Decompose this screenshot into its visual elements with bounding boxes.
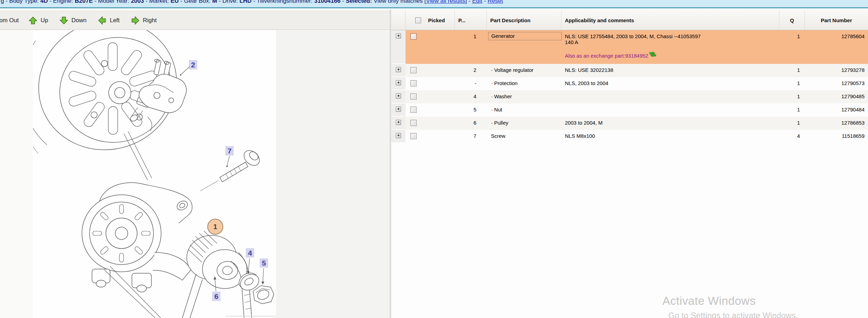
callout-7[interactable]: 7 [225,146,234,156]
picked-cell [406,90,455,103]
filter-run: View only matches [372,0,424,4]
row-checkbox[interactable] [410,67,417,73]
pan-up-button[interactable]: Up [28,16,48,25]
table-row-nut[interactable]: + 5 · Nut 1 12790484 [391,103,868,117]
applicability-cell: NLS: USE 12755484, 2003 to 2004, M, Chas… [561,30,779,64]
arrow-down-icon [59,16,68,25]
description-focused-value: Generator [488,32,562,40]
clipped-footer-text [226,316,276,317]
applicability-cell: NLS M8x100 [561,130,779,143]
pan-right-button[interactable]: Right [131,16,157,25]
part-number-cell: 12790485 [805,90,868,103]
description-cell[interactable]: · Voltage regulator [487,64,561,77]
canvas-right-margin [276,30,390,318]
pos-cell: 4 [455,90,487,103]
pan-right-label: Right [143,17,157,24]
expand-cell: + [391,130,406,143]
row-checkbox[interactable] [410,33,417,40]
description-cell[interactable]: Generator [487,30,561,64]
part-number-cell: 12790484 [805,103,868,117]
part-number-cell: 12786853 [805,117,868,130]
description-cell[interactable]: Screw [487,130,561,143]
callout-5[interactable]: 5 [260,258,268,268]
qty-cell: 1 [779,90,805,103]
expand-row-button[interactable]: + [396,67,401,72]
exchange-part-note: Also as an exchange part:93184952 [565,53,779,59]
edit-link[interactable]: Edit [472,0,482,4]
applicability-header-label: Applicability and comments [565,17,634,23]
callout-6[interactable]: 6 [212,292,220,301]
epc-window: g - Body Type: 4D - Engine: B207E - Mode… [0,0,868,318]
part-number-cell: 11518659 [805,130,868,143]
pan-left-button[interactable]: Left [98,16,119,25]
expand-row-button[interactable]: + [396,33,401,39]
zoom-out-button[interactable]: Zoom Out [0,16,19,25]
zoom-out-label: Zoom Out [0,17,19,24]
picked-cell [406,130,455,143]
table-row-protection[interactable]: + - · Protection NLS, 2003 to 2004 1 127… [391,77,868,90]
callout-4[interactable]: 4 [246,248,254,258]
pos-cell: 7 [455,130,487,143]
expand-cell: + [391,103,406,117]
filter-run: - Engine: [48,0,75,4]
row-checkbox[interactable] [410,120,417,126]
expand-row-button[interactable]: + [396,120,401,125]
applicability-column-header: Applicability and comments [561,10,779,30]
row-checkbox[interactable] [410,80,417,86]
pan-down-button[interactable]: Down [59,16,86,25]
arrow-up-icon [28,16,37,25]
callout-2[interactable]: 2 [189,60,197,69]
pos-cell: 5 [455,103,487,117]
table-row-pulley[interactable]: + 6 · Pulley 2003 to 2004, M 1 12786853 [391,117,868,130]
pos-cell: - [455,77,487,90]
expand-cell: + [391,90,406,103]
row-checkbox[interactable] [410,107,417,113]
table-row-generator[interactable]: + 1 Generator NLS: USE 12755484, 2003 to… [391,30,868,64]
body-type-value: 4D [40,0,48,4]
picked-cell [406,117,455,130]
description-cell[interactable]: · Pulley [487,117,561,130]
pos-cell: 6 [455,117,487,130]
expand-cell: + [391,117,406,130]
grid-body: + 1 Generator NLS: USE 12755484, 2003 to… [391,30,868,143]
expand-row-button[interactable]: + [396,133,401,138]
view-all-results-link[interactable]: View all results [426,0,465,4]
filter-run: - [341,0,346,4]
table-row-washer[interactable]: + 4 · Washer 1 12790485 [391,90,868,103]
picked-cell [406,103,455,117]
table-row-voltage-regulator[interactable]: + 2 · Voltage regulator NLS: USE 3202213… [391,64,868,77]
pos-cell: 2 [455,64,487,77]
separator: - [482,0,487,4]
serial-number-value: 31004166 [314,0,341,4]
pan-left-label: Left [110,17,119,24]
leader-line-5 [261,268,264,285]
exploded-view-canvas: 2 7 1 4 5 6 [33,30,276,318]
description-cell[interactable]: · Washer [487,90,561,103]
gearbox-value: M [212,0,217,4]
filter-run: - Tillverkningsnummer: [252,0,314,4]
expand-row-button[interactable]: + [396,93,401,99]
row-checkbox[interactable] [410,133,417,139]
callout-1-selected[interactable]: 1 [207,219,223,235]
diagram-panel: Zoom Out Up Down Left [0,9,390,318]
part-number-header-label: Part Number [821,17,852,23]
vehicle-filter-bar: g - Body Type: 4D - Engine: B207E - Mode… [0,0,868,8]
qty-header-label: Q [790,17,794,23]
description-cell[interactable]: · Nut [487,103,561,117]
engine-value: B207E [75,0,93,4]
table-row-screw[interactable]: + 7 Screw NLS M8x100 4 11518659 [391,130,868,143]
picked-all-checkbox[interactable] [415,17,421,23]
description-cell[interactable]: · Protection [487,77,561,90]
expand-row-button[interactable]: + [396,80,401,85]
part-number-cell: 12790573 [805,77,868,90]
filter-run: - Drive: [217,0,239,4]
pos-header-label: P... [458,17,466,23]
description-header-label: Part Description [490,17,531,23]
expand-row-button[interactable]: + [396,107,401,112]
row-checkbox[interactable] [410,93,417,100]
exchange-part-icon [649,51,657,57]
part-number-column-header: Part Number [805,10,868,30]
reset-link[interactable]: Reset [487,0,503,4]
leader-line-2 [180,66,190,76]
applicability-cell [561,103,779,117]
